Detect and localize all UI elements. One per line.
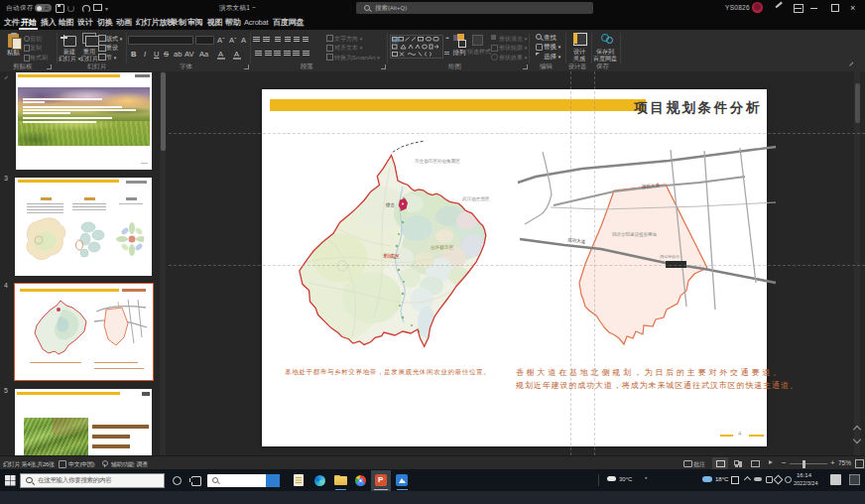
svg-text:市交都市区科创集聚区: 市交都市区科创集聚区: [414, 159, 460, 165]
svg-text:邾城区: 邾城区: [383, 253, 400, 259]
svg-text:鸿运智轨站: 鸿运智轨站: [660, 254, 680, 259]
svg-text:武汉临空港区: 武汉临空港区: [462, 196, 490, 202]
svg-text:韩语学院建设投资用地: 韩语学院建设投资用地: [612, 231, 658, 237]
svg-text:仓埠都市区: 仓埠都市区: [431, 244, 454, 251]
